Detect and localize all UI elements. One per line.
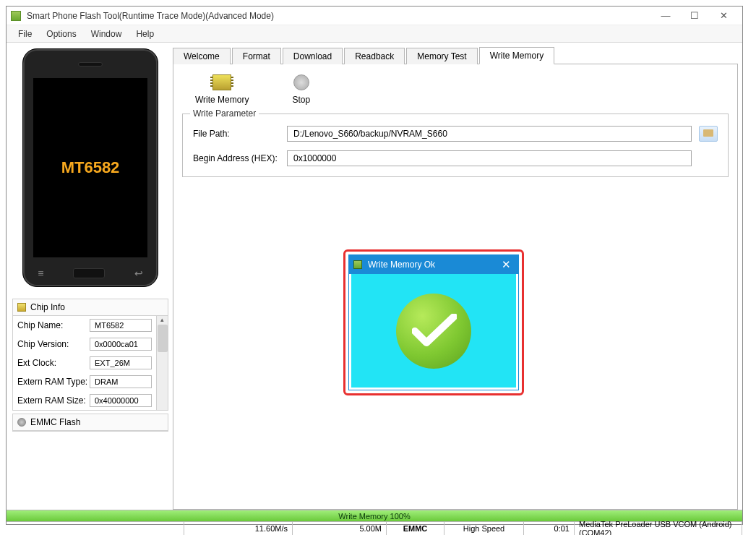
menu-file[interactable]: File xyxy=(11,29,39,39)
stop-label: Stop xyxy=(292,95,310,105)
titlebar: Smart Phone Flash Tool(Runtime Trace Mod… xyxy=(7,7,742,25)
write-parameter-fieldset: Write Parameter File Path: Begin Address… xyxy=(182,114,729,177)
gear-icon xyxy=(17,418,26,427)
app-icon xyxy=(11,11,21,21)
ram-type-label: Extern RAM Type: xyxy=(17,377,90,387)
tab-readback[interactable]: Readback xyxy=(344,48,405,64)
write-memory-button[interactable]: Write Memory xyxy=(195,74,249,105)
chip-info-scrollbar[interactable]: ▴ xyxy=(156,316,168,410)
minimize-button[interactable]: — xyxy=(651,9,680,23)
chip-info-panel: Chip Info Chip Name: MT6582 Chip Version… xyxy=(12,299,168,411)
menu-key-icon: ≡ xyxy=(38,268,43,279)
ext-clock-value: EXT_26M xyxy=(90,356,152,369)
chip-icon xyxy=(17,303,26,312)
modal-close-button[interactable]: ✕ xyxy=(499,258,514,271)
emmc-flash-panel: EMMC Flash xyxy=(12,414,168,432)
stop-icon xyxy=(293,74,309,90)
phone-mockup: BM MT6582 ≡ ↩ xyxy=(22,48,158,287)
modal-body xyxy=(349,274,518,390)
modal-titlebar[interactable]: Write Memory Ok ✕ xyxy=(349,255,518,274)
chip-info-header: Chip Info xyxy=(13,299,168,316)
phone-nav: ≡ ↩ xyxy=(23,268,158,279)
chip-big-icon xyxy=(212,74,231,90)
menu-help[interactable]: Help xyxy=(129,29,161,39)
tab-welcome[interactable]: Welcome xyxy=(173,48,231,64)
chip-name-value: MT6582 xyxy=(90,319,152,332)
status-size: 5.00M xyxy=(293,522,387,535)
modal-highlight: Write Memory Ok ✕ xyxy=(343,249,524,395)
window-title: Smart Phone Flash Tool(Runtime Trace Mod… xyxy=(27,11,651,21)
status-bar: Write Memory 100% 11.60M/s 5.00M EMMC Hi… xyxy=(7,510,742,535)
write-memory-label: Write Memory xyxy=(195,95,249,105)
stop-button[interactable]: Stop xyxy=(292,74,310,105)
file-path-input[interactable] xyxy=(287,126,692,142)
ext-clock-label: Ext Clock: xyxy=(17,358,90,368)
chip-label: MT6582 xyxy=(61,158,120,177)
modal-app-icon xyxy=(353,260,362,269)
browse-button[interactable] xyxy=(699,126,718,142)
menu-window[interactable]: Window xyxy=(84,29,129,39)
write-parameter-legend: Write Parameter xyxy=(190,108,259,119)
status-storage: EMMC xyxy=(387,522,444,535)
back-key-icon: ↩ xyxy=(134,268,143,279)
tabs: Welcome Format Download Readback Memory … xyxy=(173,47,738,64)
chip-version-value: 0x0000ca01 xyxy=(90,338,152,351)
maximize-button[interactable]: ☐ xyxy=(680,9,709,23)
begin-address-label: Begin Address (HEX): xyxy=(193,153,287,163)
chip-version-label: Chip Version: xyxy=(17,339,90,349)
menubar: File Options Window Help xyxy=(7,25,742,43)
tab-write-memory[interactable]: Write Memory xyxy=(479,47,554,64)
status-time: 0:01 xyxy=(524,522,575,535)
write-memory-ok-dialog: Write Memory Ok ✕ xyxy=(348,254,519,390)
home-key xyxy=(73,268,105,278)
phone-screen: MT6582 xyxy=(33,78,147,257)
status-speed: 11.60M/s xyxy=(184,522,293,535)
modal-title-text: Write Memory Ok xyxy=(368,260,435,270)
ram-type-value: DRAM xyxy=(90,375,152,388)
begin-address-input[interactable] xyxy=(287,150,692,166)
menu-options[interactable]: Options xyxy=(39,29,83,39)
phone-speaker xyxy=(78,62,103,67)
chip-info-title: Chip Info xyxy=(30,302,65,312)
ram-size-label: Extern RAM Size: xyxy=(17,395,90,406)
file-path-label: File Path: xyxy=(193,129,287,139)
status-mode: High Speed xyxy=(444,522,524,535)
close-button[interactable]: ✕ xyxy=(709,9,738,23)
tab-download[interactable]: Download xyxy=(283,48,343,64)
emmc-flash-title: EMMC Flash xyxy=(30,417,80,427)
ram-size-value: 0x40000000 xyxy=(90,394,152,407)
tab-format[interactable]: Format xyxy=(232,48,281,64)
emmc-flash-header: EMMC Flash xyxy=(13,414,168,431)
chip-name-label: Chip Name: xyxy=(17,320,90,330)
status-device: MediaTek PreLoader USB VCOM (Android) (C… xyxy=(575,522,742,535)
tab-memory-test[interactable]: Memory Test xyxy=(406,48,477,64)
success-check-icon xyxy=(396,294,471,369)
